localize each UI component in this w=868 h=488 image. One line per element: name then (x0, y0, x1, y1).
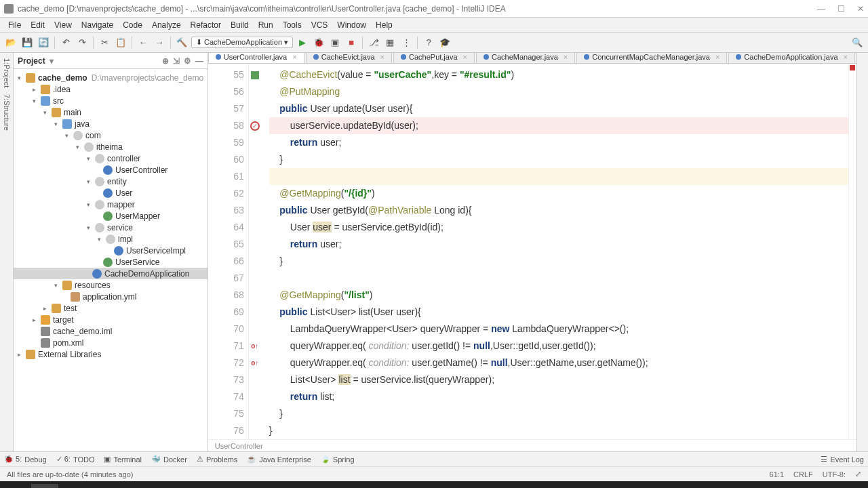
breadcrumb[interactable]: UserController (208, 439, 856, 451)
structure-icon[interactable]: ▦ (383, 36, 397, 49)
javaee-tool-button[interactable]: ☕ Java Enterprise (247, 455, 311, 464)
tab-concurrentmap[interactable]: ConcurrentMapCacheManager.java× (576, 53, 727, 63)
tree-itheima[interactable]: ▾itheima (14, 141, 208, 152)
minimize-icon[interactable]: — (817, 4, 825, 14)
hide-icon[interactable]: — (195, 56, 203, 66)
tree-service[interactable]: ▾service (14, 222, 208, 233)
taskbar-app[interactable] (145, 484, 172, 488)
menu-view[interactable]: View (50, 19, 76, 31)
project-tree[interactable]: ▾cache_demoD:\mavenprojects\cache_demo ▸… (14, 69, 208, 451)
tree-user[interactable]: User (14, 187, 208, 199)
tree-mapper[interactable]: ▾mapper (14, 199, 208, 210)
collapse-icon[interactable]: ⇲ (173, 56, 180, 66)
tree-impl[interactable]: ▾impl (14, 233, 208, 245)
redo-icon[interactable]: ↷ (75, 36, 89, 49)
back-icon[interactable]: ← (136, 36, 150, 49)
coverage-icon[interactable]: ▣ (328, 36, 342, 49)
tab-cacheput[interactable]: CachePut.java× (393, 53, 475, 63)
sync-icon[interactable]: 🔄 (37, 36, 50, 49)
tab-usercontroller[interactable]: UserController.java× (208, 53, 304, 63)
help-icon[interactable]: ? (422, 36, 435, 49)
open-icon[interactable]: 📂 (4, 36, 18, 49)
tree-resources[interactable]: ▾resources (14, 279, 208, 291)
tree-test[interactable]: ▸test (14, 302, 208, 314)
todo-tool-button[interactable]: ✓ 6: TODO (56, 455, 95, 464)
override-icon[interactable]: o↑ (251, 342, 258, 350)
tree-com[interactable]: ▾com (14, 129, 208, 141)
menu-file[interactable]: File (4, 19, 25, 31)
run-icon[interactable]: ▶ (296, 36, 309, 49)
spring-tool-button[interactable]: 🍃 Spring (321, 455, 355, 464)
docker-tool-button[interactable]: 🐳 Docker (151, 455, 187, 464)
error-indicator-icon[interactable] (850, 65, 855, 70)
tree-pom[interactable]: pom.xml (14, 337, 208, 348)
tree-target[interactable]: ▸target (14, 314, 208, 325)
menu-help[interactable]: Help (372, 19, 397, 31)
tree-usermapper[interactable]: UserMapper (14, 210, 208, 222)
save-icon[interactable]: 💾 (20, 36, 34, 49)
tab-cachedemoapp[interactable]: CacheDemoApplication.java× (728, 53, 855, 63)
debug-icon[interactable]: 🐞 (312, 36, 326, 49)
menu-analyze[interactable]: Analyze (148, 19, 185, 31)
start-button[interactable]: ⊞ (3, 484, 30, 488)
forward-icon[interactable]: → (153, 36, 166, 49)
debug-tool-button[interactable]: 🐞 5: Debug (4, 455, 47, 464)
status-lineending[interactable]: CRLF (793, 470, 813, 479)
tree-userserviceimpl[interactable]: UserServiceImpl (14, 245, 208, 256)
tree-extlib[interactable]: ▸External Libraries (14, 348, 208, 360)
menu-vcs[interactable]: VCS (307, 19, 332, 31)
run-config-select[interactable]: ⬇ CacheDemoApplication ▾ (191, 37, 293, 48)
tree-root[interactable]: ▾cache_demoD:\mavenprojects\cache_demo (14, 72, 208, 83)
build-icon[interactable]: 🔨 (175, 36, 189, 49)
stop-icon[interactable]: ■ (344, 36, 358, 49)
breakpoint-icon[interactable]: ✓ (250, 121, 260, 131)
menu-code[interactable]: Code (119, 19, 146, 31)
taskbar-app[interactable] (117, 484, 144, 488)
menu-window[interactable]: Window (333, 19, 370, 31)
structure-tool-button[interactable]: 7:Structure (3, 94, 11, 131)
more-icon[interactable]: ⋮ (399, 36, 413, 49)
status-position[interactable]: 61:1 (770, 470, 784, 479)
close-icon[interactable]: ✕ (857, 4, 864, 14)
tree-main[interactable]: ▾main (14, 106, 208, 118)
learn-icon[interactable]: 🎓 (438, 36, 452, 49)
tree-src[interactable]: ▾src (14, 95, 208, 106)
search-icon[interactable]: 🔍 (850, 36, 864, 49)
tree-iml[interactable]: cache_demo.iml (14, 325, 208, 337)
taskbar-app[interactable] (60, 484, 87, 488)
maximize-icon[interactable]: ☐ (837, 4, 845, 14)
taskbar-app[interactable]: ◼ (31, 484, 58, 488)
expand-icon[interactable]: ⊕ (162, 56, 169, 66)
tab-cacheevict[interactable]: CacheEvict.java× (306, 53, 392, 63)
tree-controller[interactable]: ▾controller (14, 152, 208, 164)
status-encoding[interactable]: UTF-8: (823, 470, 846, 479)
problems-tool-button[interactable]: ⚠ Problems (197, 455, 237, 464)
tree-entity[interactable]: ▾entity (14, 176, 208, 187)
menu-build[interactable]: Build (226, 19, 253, 31)
menu-edit[interactable]: Edit (26, 19, 49, 31)
eventlog-tool-button[interactable]: ☰ Event Log (821, 455, 864, 464)
tree-cachedemoapp[interactable]: CacheDemoApplication (14, 268, 208, 279)
settings-icon[interactable]: ⚙ (184, 56, 191, 66)
cut-icon[interactable]: ✂ (98, 36, 111, 49)
tree-userservice[interactable]: UserService (14, 256, 208, 268)
tab-close-icon[interactable]: × (292, 53, 296, 61)
tree-appyml[interactable]: application.yml (14, 291, 208, 302)
taskbar-app[interactable] (88, 484, 115, 488)
tab-cachemanager[interactable]: CacheManager.java× (476, 53, 575, 63)
project-tool-button[interactable]: 1:Project (3, 58, 11, 87)
menu-tools[interactable]: Tools (279, 19, 306, 31)
code-area[interactable]: 5556575859606162636465666768697071727374… (208, 64, 856, 439)
status-lock-icon[interactable]: ⤢ (855, 470, 861, 479)
menu-run[interactable]: Run (254, 19, 277, 31)
error-stripe[interactable] (848, 64, 856, 439)
terminal-tool-button[interactable]: ▣ Terminal (104, 455, 142, 464)
menu-refactor[interactable]: Refactor (186, 19, 225, 31)
tree-usercontroller[interactable]: UserController (14, 164, 208, 176)
run-gutter-icon[interactable] (251, 71, 259, 79)
tree-idea[interactable]: ▸.idea (14, 83, 208, 95)
copy-icon[interactable]: 📋 (114, 36, 127, 49)
menu-navigate[interactable]: Navigate (77, 19, 117, 31)
vcs-icon[interactable]: ⎇ (367, 36, 380, 49)
override-icon[interactable]: o↑ (251, 359, 258, 367)
